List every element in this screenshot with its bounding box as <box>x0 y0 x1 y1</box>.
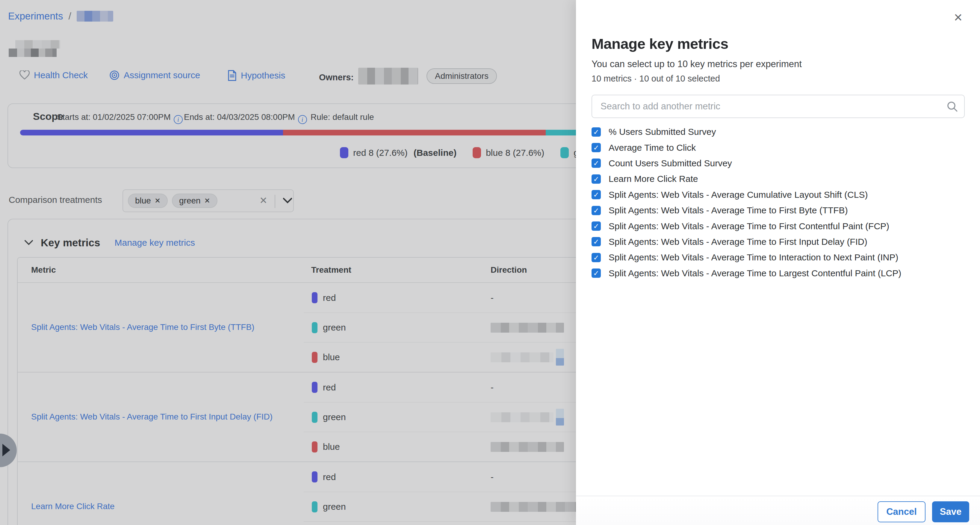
checkbox-checked-icon[interactable]: ✓ <box>592 143 601 152</box>
metric-checkbox-row[interactable]: ✓Split Agents: Web Vitals - Average Time… <box>592 250 965 265</box>
metrics-count-summary: 10 metrics · 10 out of 10 selected <box>592 74 720 84</box>
checkbox-checked-icon[interactable]: ✓ <box>592 190 601 199</box>
panel-subtitle: You can select up to 10 key metrics per … <box>592 59 802 70</box>
panel-title: Manage key metrics <box>592 35 729 52</box>
checkbox-checked-icon[interactable]: ✓ <box>592 158 601 168</box>
metric-checkbox-row[interactable]: ✓Average Time to Click <box>592 140 965 155</box>
metric-checkbox-row[interactable]: ✓Learn More Click Rate <box>592 171 965 187</box>
metric-checkbox-row[interactable]: ✓Split Agents: Web Vitals - Average Cumu… <box>592 187 965 203</box>
cancel-button[interactable]: Cancel <box>878 501 926 522</box>
metric-label: Count Users Submitted Survey <box>609 158 732 168</box>
close-icon[interactable]: × <box>954 10 963 25</box>
metric-label: Learn More Click Rate <box>609 174 698 184</box>
checkbox-checked-icon[interactable]: ✓ <box>592 174 601 184</box>
metric-label: Average Time to Click <box>609 143 696 153</box>
search-icon <box>946 101 958 112</box>
metric-label: Split Agents: Web Vitals - Average Time … <box>609 205 848 215</box>
metric-checkbox-row[interactable]: ✓Split Agents: Web Vitals - Average Time… <box>592 234 965 250</box>
metric-label: Split Agents: Web Vitals - Average Time … <box>609 268 901 278</box>
metric-checklist: ✓% Users Submitted Survey✓Average Time t… <box>592 124 965 281</box>
checkbox-checked-icon[interactable]: ✓ <box>592 128 601 137</box>
metric-checkbox-row[interactable]: ✓% Users Submitted Survey <box>592 124 965 140</box>
metric-checkbox-row[interactable]: ✓Split Agents: Web Vitals - Average Time… <box>592 203 965 218</box>
checkbox-checked-icon[interactable]: ✓ <box>592 237 601 246</box>
app-root: Experiments / Health Check Assignment so… <box>0 0 980 525</box>
metric-checkbox-row[interactable]: ✓Count Users Submitted Survey <box>592 156 965 171</box>
panel-footer: Cancel Save <box>576 496 980 525</box>
metric-search-input[interactable] <box>592 95 965 118</box>
checkbox-checked-icon[interactable]: ✓ <box>592 253 601 262</box>
metric-label: Split Agents: Web Vitals - Average Time … <box>609 237 867 247</box>
save-button[interactable]: Save <box>932 501 969 522</box>
metric-label: Split Agents: Web Vitals - Average Time … <box>609 221 889 231</box>
checkbox-checked-icon[interactable]: ✓ <box>592 268 601 278</box>
metric-checkbox-row[interactable]: ✓Split Agents: Web Vitals - Average Time… <box>592 265 965 281</box>
metric-label: Split Agents: Web Vitals - Average Cumul… <box>609 190 868 200</box>
checkbox-checked-icon[interactable]: ✓ <box>592 206 601 215</box>
metric-label: Split Agents: Web Vitals - Average Time … <box>609 252 898 263</box>
metric-label: % Users Submitted Survey <box>609 127 716 137</box>
checkbox-checked-icon[interactable]: ✓ <box>592 222 601 231</box>
metric-checkbox-row[interactable]: ✓Split Agents: Web Vitals - Average Time… <box>592 218 965 234</box>
manage-key-metrics-panel: × Manage key metrics You can select up t… <box>576 0 980 525</box>
metric-search <box>592 95 965 118</box>
